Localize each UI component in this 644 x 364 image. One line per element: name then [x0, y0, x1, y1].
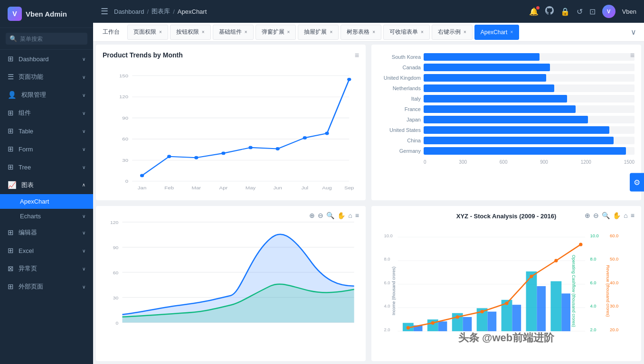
- svg-text:20.0: 20.0: [610, 327, 618, 332]
- breadcrumb-item-dashboard[interactable]: Dashboard: [114, 8, 144, 15]
- chevron-dashboard: ∨: [82, 56, 85, 62]
- bar-chart-menu-icon[interactable]: ≡: [630, 51, 635, 60]
- sidebar-logo: V Vben Admin: [0, 0, 93, 28]
- sidebar-item-components[interactable]: ⊞组件 ∨: [0, 104, 93, 122]
- tab-basic-components[interactable]: 基础组件 ×: [213, 25, 254, 40]
- zoom-out-icon[interactable]: ⊖: [318, 212, 323, 219]
- hamburger-icon[interactable]: ☰: [101, 6, 108, 17]
- area-chart-menu-icon[interactable]: ≡: [355, 212, 359, 219]
- svg-text:Jun: Jun: [273, 186, 282, 190]
- tab-modal-ext[interactable]: 弹窗扩展 ×: [256, 25, 296, 40]
- tab-context-menu[interactable]: 右键示例 ×: [432, 25, 473, 40]
- sidebar-label-form: Form: [19, 146, 33, 153]
- bar-tick-0: 0: [424, 159, 426, 165]
- tab-drawer-ext-close[interactable]: ×: [330, 29, 332, 35]
- sidebar-item-form[interactable]: ⊞Form ∨: [0, 140, 93, 158]
- tab-apexchart[interactable]: ApexChart ×: [474, 25, 520, 40]
- chevron-error-page: ∨: [82, 266, 85, 271]
- line-chart-title: Product Trends by Month: [103, 51, 359, 59]
- stock-zoom-icon[interactable]: 🔍: [602, 212, 610, 219]
- sidebar-item-error-page[interactable]: ⊠异常页 ∨: [0, 260, 93, 278]
- sidebar-item-apexchart[interactable]: ApexChart: [0, 194, 93, 209]
- sidebar-item-excel[interactable]: ⊞Excel ∨: [0, 242, 93, 260]
- search-input[interactable]: [20, 36, 84, 42]
- pan-icon[interactable]: ✋: [337, 212, 345, 219]
- chevron-editor: ∨: [82, 230, 85, 235]
- svg-point-75: [431, 321, 435, 324]
- sidebar-item-table[interactable]: ⊞Table ∨: [0, 122, 93, 140]
- refresh-icon[interactable]: ↺: [577, 7, 583, 16]
- github-icon[interactable]: [545, 6, 554, 17]
- layout-icon[interactable]: ⊡: [589, 7, 596, 16]
- sidebar-item-editor[interactable]: ⊞编辑器 ∨: [0, 224, 93, 242]
- header: ☰ Dashboard / 图表库 / ApexChart 🔔 🔒 ↺ ⊡ V …: [93, 0, 644, 23]
- bar-track-germany: [424, 147, 635, 155]
- bar-row-china: China: [378, 137, 635, 144]
- home-icon[interactable]: ⌂: [348, 212, 352, 219]
- zoom-icon[interactable]: 🔍: [326, 212, 334, 219]
- svg-rect-69: [463, 317, 472, 331]
- y-left-label: Income (thousand crores): [391, 266, 396, 315]
- sidebar-label-error-page: 异常页: [19, 264, 37, 273]
- page-function-icon: ☰: [8, 73, 14, 81]
- editor-icon: ⊞: [8, 228, 14, 237]
- svg-text:May: May: [246, 186, 256, 190]
- bar-row-france: France: [378, 105, 635, 113]
- zoom-in-icon[interactable]: ⊕: [309, 212, 315, 219]
- stock-pan-icon[interactable]: ✋: [613, 212, 621, 219]
- svg-text:Aug: Aug: [322, 186, 332, 190]
- sidebar-item-dashboard[interactable]: ⊞Dashboard ∨: [0, 50, 93, 68]
- sidebar-label-table: Table: [19, 128, 33, 135]
- tab-drawer-ext[interactable]: 抽屉扩展 ×: [298, 25, 339, 40]
- settings-fab[interactable]: ⚙: [630, 173, 644, 191]
- line-chart-card: Product Trends by Month ≡ 0 30 60 90 120…: [96, 45, 366, 200]
- tab-page-permission-close[interactable]: ×: [159, 29, 162, 35]
- tabs-collapse-icon[interactable]: ∨: [627, 28, 640, 37]
- svg-text:0: 0: [125, 179, 129, 184]
- bar-fill-italy: [424, 95, 567, 103]
- bar-track-canada: [424, 64, 635, 71]
- svg-rect-71: [512, 305, 521, 331]
- tab-apexchart-close[interactable]: ×: [510, 29, 513, 35]
- sidebar-item-external[interactable]: ⊞外部页面 ∨: [0, 278, 93, 296]
- tab-button-permission[interactable]: 按钮权限 ×: [170, 25, 211, 40]
- stock-home-icon[interactable]: ⌂: [624, 212, 627, 219]
- stock-chart-menu-icon[interactable]: ≡: [631, 212, 635, 219]
- bar-tick-1200: 1200: [581, 159, 591, 165]
- bar-tick-600: 600: [500, 159, 508, 165]
- tab-collapsible-form[interactable]: 可收缩表单 ×: [383, 25, 430, 40]
- components-icon: ⊞: [8, 109, 14, 117]
- sidebar-label-echarts: Echarts: [20, 213, 41, 220]
- bar-track-italy: [424, 95, 635, 103]
- tab-collapsible-form-close[interactable]: ×: [421, 29, 424, 35]
- lock-icon[interactable]: 🔒: [560, 7, 570, 16]
- sidebar-item-echarts[interactable]: Echarts ∨: [0, 209, 93, 224]
- tab-page-permission[interactable]: 页面权限 ×: [127, 25, 168, 40]
- tab-context-menu-close[interactable]: ×: [464, 29, 466, 35]
- svg-point-26: [276, 147, 280, 150]
- sidebar-item-page-function[interactable]: ☰页面功能 ∨: [0, 68, 93, 86]
- bar-fill-germany: [424, 147, 626, 155]
- tab-modal-ext-close[interactable]: ×: [287, 29, 290, 35]
- tab-button-permission-close[interactable]: ×: [202, 29, 205, 35]
- sidebar-item-permission[interactable]: 👤权限管理 ∨: [0, 86, 93, 104]
- tab-tree-table[interactable]: 树形表格 ×: [341, 25, 381, 40]
- tab-tree-table-close[interactable]: ×: [372, 29, 375, 35]
- tab-basic-components-close[interactable]: ×: [245, 29, 247, 35]
- breadcrumb-item-charts[interactable]: 图表库: [152, 7, 170, 16]
- header-left: ☰ Dashboard / 图表库 / ApexChart: [101, 6, 207, 17]
- svg-text:Jul: Jul: [301, 186, 308, 190]
- tab-workbench[interactable]: 工作台: [97, 25, 125, 40]
- sidebar-item-charts[interactable]: 📈图表 ∨: [0, 176, 93, 194]
- search-box[interactable]: 🔍: [6, 33, 87, 45]
- line-chart-menu-icon[interactable]: ≡: [355, 51, 359, 60]
- notification-bell-icon[interactable]: 🔔: [529, 7, 539, 16]
- stock-zoom-in-icon[interactable]: ⊕: [585, 212, 590, 219]
- stock-chart-title: XYZ - Stock Analysis (2009 - 2016): [456, 213, 557, 220]
- area-chart-svg: 0 30 60 90 120: [103, 213, 359, 355]
- bar-row-italy: Italy: [378, 95, 635, 103]
- svg-text:Mar: Mar: [191, 186, 201, 190]
- sidebar-item-tree[interactable]: ⊞Tree ∨: [0, 158, 93, 176]
- stock-zoom-out-icon[interactable]: ⊖: [593, 212, 599, 219]
- bar-label-germany: Germany: [378, 148, 421, 154]
